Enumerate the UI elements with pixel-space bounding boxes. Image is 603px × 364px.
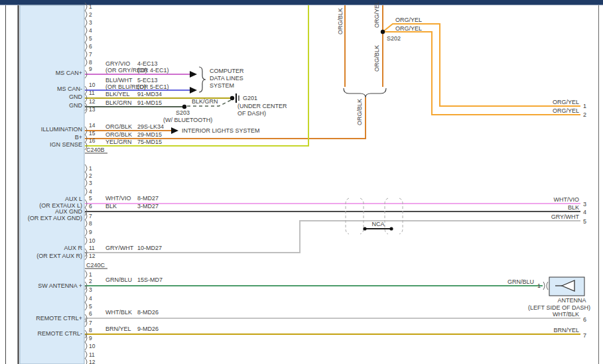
- wire-label: S203: [176, 109, 190, 116]
- wire-label: ANTENNA: [557, 297, 586, 304]
- wire-label: 2: [583, 111, 586, 118]
- wire-label: S202: [387, 35, 401, 42]
- wire-label: SYSTEM: [210, 82, 234, 89]
- pin-number: 8: [89, 327, 92, 334]
- wire-label: 91-MD15: [137, 99, 162, 106]
- pin-function-label: REMOTE CTRL+: [36, 315, 82, 322]
- wire-label: (LEFT SIDE OF DASH): [528, 304, 590, 311]
- pin-number: 2: [89, 11, 92, 18]
- wire-label: WHT/BLK: [105, 309, 132, 316]
- wire-label: 75-MD15: [137, 139, 162, 145]
- wire-label: ORG/YEL: [395, 17, 422, 23]
- wire-label: ORG/BLK: [105, 123, 132, 130]
- pin-number: 4: [89, 27, 92, 34]
- pin-number: 2: [89, 278, 92, 284]
- pin-function-label: (OR EXT AUX GND): [28, 215, 82, 221]
- pin-number: 5: [89, 35, 92, 42]
- wire-label: 7: [583, 332, 586, 339]
- pin-function-label: AUX GND: [55, 208, 83, 215]
- splice-s203: [182, 105, 186, 109]
- wire-label: BLK/YEL: [105, 91, 130, 97]
- pin-number: 8: [89, 59, 92, 66]
- pin-function-label: SW ANTENNA +: [38, 282, 82, 289]
- wire-label: 10-MD27: [137, 245, 162, 251]
- pin-number: 10: [89, 82, 96, 88]
- wire-label: 1: [537, 282, 541, 289]
- wiring-diagram-page: 12345678910111213141516C240B123456789101…: [0, 0, 603, 364]
- pin-number: 6: [89, 203, 92, 210]
- wire-label: ORG/BLK: [373, 45, 380, 72]
- pin-function-label: MS CAN+: [56, 70, 82, 76]
- pin-number: 11: [89, 351, 95, 358]
- pin-number: 6: [89, 310, 92, 317]
- pin-function-label: (OR EXT AUX R): [36, 253, 82, 259]
- wire-label: 4-EC13: [137, 60, 158, 67]
- wire-label: 8-MD27: [137, 195, 159, 202]
- ground-g201-dot: [230, 96, 234, 100]
- pin-number: 8: [89, 220, 92, 227]
- connector-label: C240B: [86, 147, 105, 153]
- wire-label: ORG/BLK: [105, 131, 132, 138]
- wire-label: 6: [583, 316, 586, 323]
- wire-label: GRN/BLU: [105, 276, 132, 283]
- pin-number: 7: [89, 320, 92, 326]
- wire-label: OF DASH): [237, 110, 266, 117]
- pin-number: 9: [89, 335, 92, 341]
- pin-function-label: REMOTE CTRL-: [38, 330, 83, 337]
- wire-label: 15S-MD7: [137, 276, 163, 283]
- wire-label: 1: [583, 103, 586, 109]
- pin-function-label: B+: [75, 134, 82, 141]
- pin-number: 4: [89, 295, 92, 302]
- wire-label: 3-MD27: [137, 203, 159, 210]
- wire-label: BRN/YEL: [553, 327, 579, 334]
- wire-label: COMPUTER: [210, 68, 244, 74]
- splice-s202: [381, 30, 385, 34]
- pin-number: 3: [89, 286, 92, 293]
- wire-label: GRY/WHT: [105, 245, 134, 251]
- wire-label: (W/ BLUETOOTH): [163, 117, 212, 123]
- wire-label: 29S-LK34: [137, 123, 164, 130]
- wire-label: BLU/WHT: [105, 77, 133, 84]
- pin-function-label: AUX L: [65, 196, 82, 202]
- wire-label: (OR 4-EC1): [137, 67, 169, 74]
- pin-number: 1: [89, 165, 92, 172]
- pin-function-label: IGN SENSE: [50, 141, 82, 148]
- wire-label: NCA: [371, 221, 384, 227]
- wire-label: GRY/VIO: [105, 60, 130, 67]
- wire-label: (UNDER CENTER: [237, 103, 287, 109]
- pin-number: 6: [89, 43, 92, 50]
- wire-label: ORG/YEL: [373, 1, 380, 28]
- pin-number: 3: [89, 19, 92, 26]
- pin-function-label: GND: [69, 93, 83, 100]
- nca-end-right: [389, 227, 393, 230]
- radio-component-panel: [20, 5, 84, 364]
- pin-number: 2: [89, 172, 92, 179]
- wire-label: BLK/GRN: [105, 99, 132, 106]
- wire-label: 29-MD15: [137, 131, 162, 138]
- wire-label: WHT/VIO: [554, 196, 580, 203]
- wire-label: DATA LINES: [210, 75, 243, 82]
- wire-label: 91-MD34: [137, 91, 162, 97]
- wire-label: GRN/BLU: [507, 278, 534, 285]
- pin-number: 14: [89, 122, 96, 129]
- wire-label: YEL/GRN: [105, 139, 132, 145]
- wire-label: BLK: [568, 204, 579, 211]
- pin-number: 11: [89, 245, 95, 251]
- wire-label: WHT/VIO: [105, 195, 131, 202]
- wiring-diagram-canvas: 12345678910111213141516C240B123456789101…: [0, 0, 603, 364]
- wire-label: WHT/BLK: [553, 311, 579, 318]
- wire-label: BLK: [105, 203, 117, 210]
- pin-number: 7: [89, 51, 92, 58]
- wire-label: ORG/YEL: [553, 99, 579, 105]
- pin-number: 1: [89, 3, 92, 10]
- pin-number: 12: [89, 253, 96, 259]
- pin-number: 9: [89, 229, 92, 235]
- pin-number: 12: [89, 359, 96, 364]
- pin-number: 9: [89, 66, 92, 72]
- pin-function-label: AUX R: [64, 245, 82, 251]
- pin-number: 7: [89, 213, 92, 219]
- pin-number: 10: [89, 343, 96, 349]
- pin-number: 4: [89, 188, 92, 195]
- wire-label: (OR 5-EC1): [137, 84, 169, 90]
- wire-label: 5: [583, 218, 586, 225]
